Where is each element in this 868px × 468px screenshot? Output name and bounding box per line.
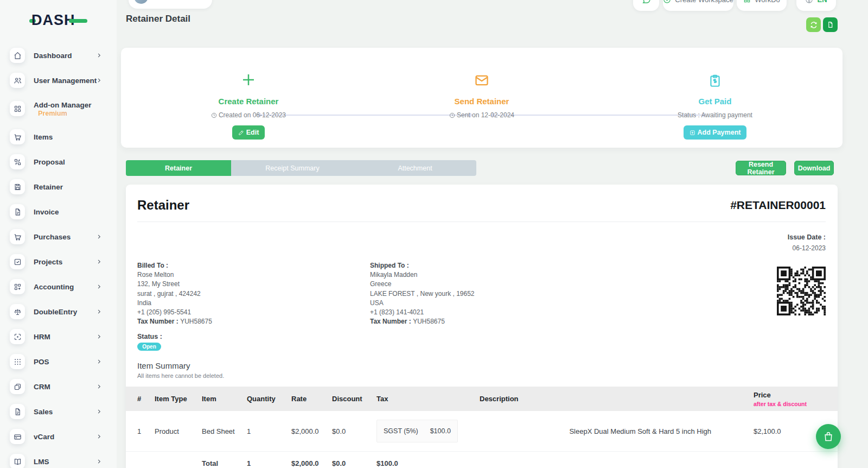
file-icon	[10, 404, 25, 419]
step-create-retainer: Create Retainer Created on 06-12-2023 Ed…	[178, 48, 319, 140]
price-header: Price after tax & discount	[754, 391, 826, 407]
pencil-icon	[238, 130, 244, 136]
payment-icon	[690, 130, 695, 136]
tab-attachment[interactable]: Attechment	[354, 160, 476, 176]
sidebar-item-items[interactable]: Items	[0, 124, 117, 149]
sidebar-item-label: Proposal	[34, 157, 65, 167]
file-icon	[827, 21, 834, 28]
resend-retainer-button[interactable]: Resend Retainer	[736, 161, 786, 175]
download-button[interactable]: Download	[794, 161, 834, 175]
chevron-right-icon	[96, 53, 102, 59]
logo-accent-bar	[69, 19, 87, 23]
grid-plus-icon	[10, 279, 25, 294]
status-label: Status :	[137, 333, 162, 340]
sidebar-item-pos[interactable]: POS	[0, 349, 117, 374]
divider	[137, 222, 826, 222]
sidebar-item-sales[interactable]: Sales	[0, 399, 117, 424]
retainer-progress-card: Create Retainer Created on 06-12-2023 Ed…	[121, 48, 843, 148]
sidebar-item-label: Sales	[34, 407, 53, 416]
cart-fab-button[interactable]	[816, 424, 841, 449]
messages-button[interactable]	[633, 0, 659, 11]
create-workspace-button[interactable]: Create Workspace	[663, 0, 733, 11]
issue-date-block: Issue Date : 06-12-2023	[788, 233, 826, 252]
create-workspace-label: Create Workspace	[675, 0, 733, 4]
sidebar-item-lms[interactable]: LMS	[0, 449, 117, 468]
envelope-icon	[411, 58, 552, 88]
brand-logo[interactable]: DASH	[29, 12, 87, 29]
file-icon	[10, 204, 25, 219]
cart-icon	[10, 229, 25, 244]
sidebar-item-projects[interactable]: Projects	[0, 249, 117, 274]
retainer-document: Retainer #RETAINER00001 Issue Date : 06-…	[126, 185, 838, 468]
chat-icon	[642, 0, 651, 4]
edit-button[interactable]: Edit	[232, 125, 265, 140]
invoice-dollar-icon	[644, 58, 786, 88]
sidebar-item-label: Add-on Manager	[34, 100, 92, 110]
status-badge: Open	[137, 343, 161, 351]
premium-badge: Premium	[38, 110, 92, 117]
dots-grid-icon	[10, 354, 25, 369]
copy-icon	[10, 379, 25, 394]
globe-icon	[805, 0, 813, 4]
retainer-number: #RETAINER00001	[730, 199, 826, 212]
tax-detail-box: SGST (5%) $100.0	[376, 420, 458, 442]
users-icon	[10, 73, 25, 88]
sidebar-item-addon-manager[interactable]: Add-on Manager Premium	[0, 93, 117, 124]
sidebar-item-purchases[interactable]: Purchases	[0, 224, 117, 249]
save-icon	[10, 179, 25, 194]
convert-button[interactable]	[806, 17, 821, 32]
grid-icon	[743, 0, 751, 3]
sidebar-item-label: HRM	[34, 332, 50, 341]
sidebar-item-accounting[interactable]: Accounting	[0, 274, 117, 299]
clock-icon	[449, 112, 455, 118]
item-summary-title: Item Summary	[137, 361, 190, 370]
sidebar-item-user-management[interactable]: User Management	[0, 68, 117, 93]
sidebar-item-label: vCard	[34, 432, 54, 441]
sidebar-item-crm[interactable]: CRM	[0, 374, 117, 399]
check-square-icon	[10, 254, 25, 269]
sidebar-item-retainer[interactable]: Retainer	[0, 174, 117, 199]
tax-cell: SGST (5%) $100.0	[376, 420, 480, 442]
shopping-bag-icon	[823, 431, 834, 442]
sidebar-item-label: LMS	[34, 457, 49, 466]
sidebar-item-label: User Management	[34, 76, 97, 85]
plus-icon	[178, 58, 319, 88]
add-payment-button[interactable]: Add Payment	[684, 125, 747, 140]
document-button[interactable]	[823, 17, 838, 32]
sidebar-item-label: Invoice	[34, 207, 59, 217]
sidebar-menu: Dashboard User Management Add-on Manager…	[0, 43, 117, 468]
step-get-paid: Get Paid Status : Awaiting payment Add P…	[644, 48, 786, 140]
sidebar-item-vcard[interactable]: vCard	[0, 424, 117, 449]
sidebar-item-hrm[interactable]: HRM	[0, 324, 117, 349]
step-meta: Sent on 12-02-2024	[411, 111, 552, 119]
tab-receipt-summary[interactable]: Receipt Summary	[231, 160, 354, 176]
step-meta: Status : Awaiting payment	[644, 111, 786, 119]
app-root: DASH Dashboard User Management	[0, 0, 868, 468]
shipped-to-block: Shipped To : Mikayla Madden Greece LAKE …	[370, 261, 475, 326]
sidebar-item-proposal[interactable]: Proposal	[0, 149, 117, 174]
chevron-right-icon	[96, 359, 102, 365]
qr-code	[777, 266, 826, 316]
chevron-right-icon	[96, 334, 102, 340]
sidebar-item-label: Projects	[34, 257, 62, 267]
item-summary-note: All items here cannot be deleted.	[137, 372, 224, 379]
step-title: Send Retainer	[411, 97, 552, 106]
workdo-menu-button[interactable]: WorkDo	[737, 0, 787, 11]
billed-to-block: Billed To : Rose Melton 132, My Street s…	[137, 261, 212, 326]
step-meta: Created on 06-12-2023	[178, 111, 319, 119]
detail-tabs: Retainer Receipt Summary Attechment	[126, 160, 476, 176]
sidebar-item-label: Dashboard	[34, 51, 72, 60]
cart-icon	[10, 129, 25, 144]
sidebar: DASH Dashboard User Management	[0, 0, 117, 468]
sidebar-item-dashboard[interactable]: Dashboard	[0, 43, 117, 68]
table-total-row: Total 1 $2,000.0 $0.0 $100.0	[126, 452, 838, 467]
book-icon	[10, 454, 25, 468]
workspace-switcher[interactable]: WorkDo	[129, 0, 212, 9]
language-selector[interactable]: EN	[796, 0, 836, 11]
swap-icon	[10, 154, 25, 169]
sidebar-item-doubleentry[interactable]: DoubleEntry	[0, 299, 117, 324]
sidebar-item-label: CRM	[34, 382, 50, 391]
sidebar-item-invoice[interactable]: Invoice	[0, 199, 117, 224]
tab-retainer[interactable]: Retainer	[126, 160, 231, 176]
chevron-right-icon	[96, 309, 102, 315]
